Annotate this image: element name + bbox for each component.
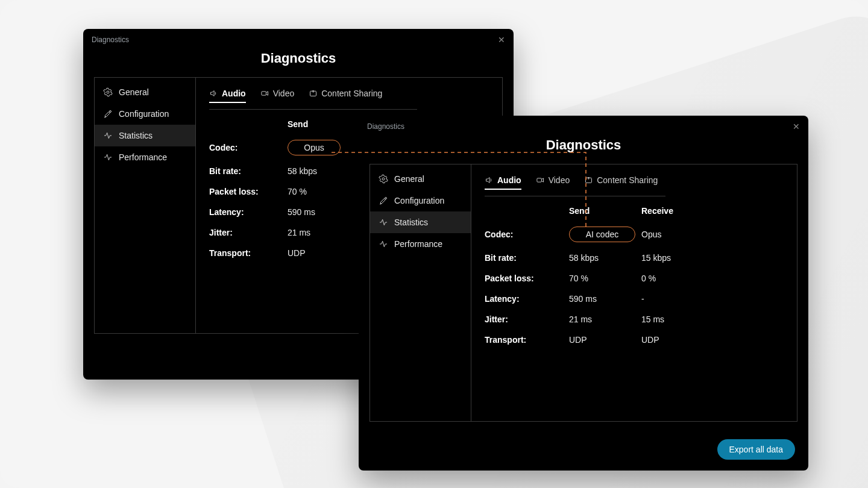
sidebar-item-general[interactable]: General (95, 81, 195, 103)
codec-pill-1: Opus (288, 140, 341, 155)
sidebar-item-label: Statistics (394, 217, 428, 227)
window-title: Diagnostics (92, 36, 129, 44)
activity-icon (103, 152, 113, 162)
sidebar-item-statistics[interactable]: Statistics (370, 211, 471, 233)
tab-video[interactable]: Video (536, 175, 570, 190)
activity-icon (103, 131, 113, 140)
close-icon[interactable]: ✕ (498, 35, 505, 45)
codec-send-value: Opus (304, 143, 324, 152)
row-codec: Codec: (485, 230, 569, 239)
tab-audio[interactable]: Audio (209, 89, 246, 103)
share-icon (584, 176, 593, 185)
video-icon (536, 176, 545, 185)
packetloss-receive: 0 % (641, 274, 714, 283)
sidebar-item-label: Performance (394, 239, 442, 249)
sidebar-item-statistics[interactable]: Statistics (95, 125, 195, 146)
activity-icon (379, 239, 388, 249)
tab-label: Audio (222, 89, 246, 98)
page-title: Diagnostics (83, 51, 514, 66)
tab-content-sharing[interactable]: Content Sharing (309, 89, 382, 103)
codec-pill-2: AI codec (569, 227, 635, 242)
svg-point-4 (382, 178, 385, 180)
gear-icon (379, 174, 388, 184)
speaker-icon (209, 89, 218, 98)
row-jitter: Jitter: (485, 314, 569, 324)
row-packetloss: Packet loss: (485, 274, 569, 283)
row-latency: Latency: (485, 294, 569, 304)
col-receive: Receive (641, 206, 714, 216)
transport-send: UDP (569, 335, 641, 345)
tools-icon (379, 196, 388, 205)
svg-point-0 (107, 91, 109, 93)
activity-icon (379, 217, 388, 227)
row-transport: Transport: (209, 248, 288, 258)
tab-label: Video (549, 175, 570, 185)
col-send: Send (569, 206, 641, 216)
share-icon (309, 89, 318, 98)
row-bitrate: Bit rate: (209, 166, 288, 176)
jitter-send: 21 ms (569, 314, 641, 324)
latency-send: 590 ms (569, 294, 641, 304)
sidebar-item-label: General (394, 174, 424, 184)
tab-label: Content Sharing (597, 175, 658, 185)
tabs: Audio Video Content Sharing (485, 175, 784, 190)
main-panel: Audio Video Content Sharing Send Rec (471, 164, 797, 421)
tab-video[interactable]: Video (260, 89, 295, 103)
sidebar-item-label: Configuration (394, 196, 444, 205)
row-codec: Codec: (209, 143, 288, 152)
sidebar: General Configuration Statistics Perform… (370, 164, 471, 421)
svg-point-5 (385, 198, 387, 199)
window-title: Diagnostics (367, 122, 404, 131)
close-icon[interactable]: ✕ (793, 122, 800, 131)
sidebar-item-configuration[interactable]: Configuration (95, 103, 195, 125)
jitter-receive: 15 ms (641, 314, 714, 324)
row-latency: Latency: (209, 207, 288, 217)
tab-content-sharing[interactable]: Content Sharing (584, 175, 658, 190)
sidebar: General Configuration Statistics Perform… (95, 78, 196, 333)
bitrate-receive: 15 kbps (641, 253, 714, 263)
svg-rect-2 (262, 92, 266, 95)
row-bitrate: Bit rate: (485, 253, 569, 263)
sidebar-item-label: Performance (119, 152, 167, 162)
svg-rect-6 (537, 178, 542, 182)
divider (485, 196, 665, 196)
sidebar-item-performance[interactable]: Performance (370, 233, 471, 255)
diagnostics-window-2: Diagnostics ✕ Diagnostics General Config… (359, 116, 808, 471)
codec-receive: Opus (641, 230, 714, 239)
latency-receive: - (641, 294, 714, 304)
row-transport: Transport: (485, 335, 569, 345)
bitrate-send: 58 kbps (569, 253, 641, 263)
gear-icon (103, 87, 113, 97)
sidebar-item-general[interactable]: General (370, 168, 471, 190)
sidebar-item-performance[interactable]: Performance (95, 146, 195, 168)
sidebar-item-label: Configuration (119, 109, 169, 119)
export-all-data-button[interactable]: Export all data (717, 439, 796, 460)
sidebar-item-label: Statistics (119, 131, 153, 140)
packetloss-send: 70 % (569, 274, 641, 283)
page-title: Diagnostics (359, 137, 808, 153)
stats-table: Send Receive Codec: AI codec Opus Bit ra… (485, 206, 784, 345)
tools-icon (103, 109, 113, 119)
tab-audio[interactable]: Audio (485, 175, 521, 190)
tab-label: Audio (497, 175, 521, 185)
svg-point-1 (110, 111, 112, 113)
video-icon (260, 89, 269, 98)
codec-send-value: AI codec (586, 230, 618, 239)
row-packetloss: Packet loss: (209, 187, 288, 196)
transport-receive: UDP (641, 335, 714, 345)
tab-label: Video (273, 89, 295, 98)
sidebar-item-configuration[interactable]: Configuration (370, 190, 471, 211)
sidebar-item-label: General (119, 87, 149, 97)
tabs: Audio Video Content Sharing (209, 89, 489, 103)
divider (209, 109, 417, 110)
speaker-icon (485, 176, 494, 185)
tab-label: Content Sharing (321, 89, 382, 98)
row-jitter: Jitter: (209, 228, 288, 237)
